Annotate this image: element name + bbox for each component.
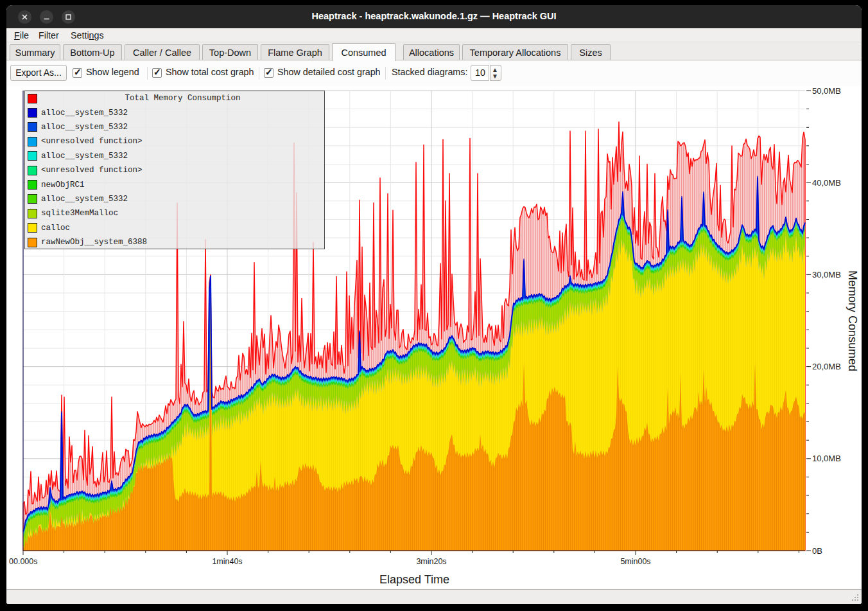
svg-text:00.000s: 00.000s bbox=[9, 557, 37, 566]
svg-text:50,0MB: 50,0MB bbox=[812, 86, 841, 96]
svg-text:40,0MB: 40,0MB bbox=[812, 178, 841, 188]
svg-text:20,0MB: 20,0MB bbox=[812, 362, 841, 371]
svg-text:5min00s: 5min00s bbox=[620, 557, 650, 566]
svg-text:3min20s: 3min20s bbox=[416, 557, 446, 566]
svg-text:1min40s: 1min40s bbox=[212, 557, 242, 566]
svg-text:10,0MB: 10,0MB bbox=[812, 454, 841, 463]
svg-text:0B: 0B bbox=[812, 546, 822, 556]
svg-text:30,0MB: 30,0MB bbox=[812, 270, 841, 279]
